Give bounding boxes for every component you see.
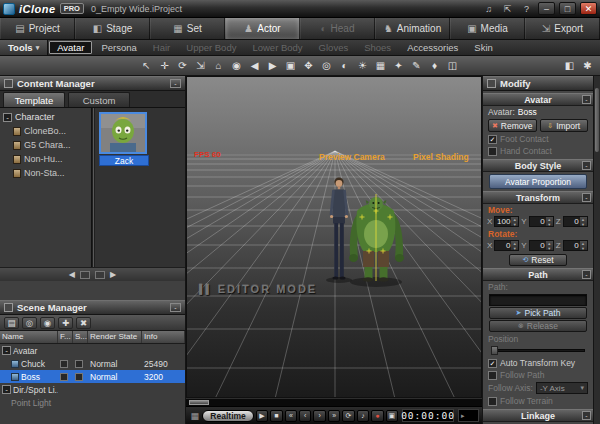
spinner-icon[interactable]	[511, 241, 518, 250]
tab-head[interactable]: ◐ Head	[300, 18, 375, 39]
aux-display[interactable]: ▸	[458, 409, 479, 422]
visibility-icon[interactable]: ◉	[40, 317, 55, 329]
sound-button[interactable]: ♪	[357, 410, 369, 422]
loop-button[interactable]: ⟳	[342, 410, 354, 422]
tab-animation[interactable]: ♞ Animation	[375, 18, 450, 39]
panel-handle-icon[interactable]	[487, 79, 496, 88]
section-path[interactable]: Path -	[483, 268, 593, 281]
column-name[interactable]: Name	[0, 331, 58, 343]
light-icon[interactable]: ☀	[354, 58, 371, 74]
list-view-icon[interactable]: ▤	[4, 317, 19, 329]
scene-row-dir-spot-light-group[interactable]: - Dir./Spot Li...	[0, 383, 185, 396]
prev-key-button[interactable]: «	[285, 410, 297, 422]
tree-item-character[interactable]: - Character	[0, 110, 91, 124]
tab-project[interactable]: ▤ Project	[0, 18, 75, 39]
scene-row-boss[interactable]: Boss Normal 3200	[0, 370, 185, 383]
tab-export[interactable]: ⇲ Export	[525, 18, 600, 39]
tree-item-clonebone[interactable]: CloneBo...	[0, 124, 91, 138]
page-indicator[interactable]	[95, 271, 105, 279]
pick-path-button[interactable]: ➤ Pick Path	[489, 307, 587, 319]
viewport-3d[interactable]: FPS 60 Preview Camera Pixel Shading ▌▌ E…	[186, 76, 482, 398]
avatar-proportion-button[interactable]: Avatar Proportion	[489, 174, 587, 189]
orbit-view-icon[interactable]: ◐	[336, 58, 353, 74]
pan-view-icon[interactable]: ✥	[300, 58, 317, 74]
subtab-hair[interactable]: Hair	[146, 41, 177, 54]
stop-button[interactable]: ■	[270, 410, 282, 422]
subtab-lower-body[interactable]: Lower Body	[245, 41, 309, 54]
grid-toggle-icon[interactable]: ▦	[372, 58, 389, 74]
tab-stage[interactable]: ◧ Stage	[75, 18, 150, 39]
slider-knob[interactable]	[491, 346, 498, 355]
home-view-icon[interactable]: ⌂	[210, 58, 227, 74]
follow-terrain-checkbox[interactable]	[488, 397, 497, 406]
realtime-button[interactable]: Realtime	[202, 410, 253, 422]
spinner-icon[interactable]	[580, 241, 587, 250]
help-icon[interactable]: ?	[519, 2, 534, 15]
move-y-input[interactable]: 0	[529, 216, 554, 227]
tree-item-non-human[interactable]: Non-Hu...	[0, 152, 91, 166]
scene-row-point-light-group[interactable]: Point Light	[0, 396, 185, 409]
maximize-button[interactable]: □	[559, 2, 576, 15]
brush-icon[interactable]: ✎	[408, 58, 425, 74]
prev-frame-button[interactable]: ‹	[299, 410, 311, 422]
tab-template[interactable]: Template	[3, 92, 65, 107]
tab-set[interactable]: ▦ Set	[150, 18, 225, 39]
expander-icon[interactable]: -	[2, 346, 11, 355]
move-tool-icon[interactable]: ✛	[156, 58, 173, 74]
remove-button[interactable]: ✖ Remove	[488, 119, 537, 132]
move-z-input[interactable]: 0	[563, 216, 588, 227]
move-x-input[interactable]: 100	[494, 216, 519, 227]
spinner-icon[interactable]	[580, 217, 587, 226]
prev-view-icon[interactable]: ◀	[246, 58, 263, 74]
release-button[interactable]: ⊗ Release	[489, 320, 587, 332]
next-key-button[interactable]: »	[328, 410, 340, 422]
key-icon[interactable]: ♦	[426, 58, 443, 74]
page-next-icon[interactable]: ▶	[110, 270, 116, 279]
collapse-icon[interactable]: -	[582, 95, 591, 104]
scrubber-handle[interactable]	[189, 400, 209, 405]
scrollbar[interactable]	[593, 76, 600, 424]
column-s[interactable]: S...	[73, 331, 88, 343]
spinner-icon[interactable]	[546, 217, 553, 226]
render-icon[interactable]: ◧	[561, 58, 578, 74]
thumbnail-zack[interactable]: Zack	[99, 112, 149, 166]
delete-item-icon[interactable]: ✖	[76, 317, 91, 329]
timeline-scrubber[interactable]	[186, 398, 482, 406]
tools-menu-button[interactable]: Tools ▾	[0, 40, 48, 55]
subtab-skin[interactable]: Skin	[467, 41, 499, 54]
camera-view-icon[interactable]: ▣	[282, 58, 299, 74]
collapse-icon[interactable]: -	[582, 270, 591, 279]
collapse-icon[interactable]: -	[582, 193, 591, 202]
tab-custom[interactable]: Custom	[68, 92, 130, 107]
face-checkbox[interactable]	[60, 373, 68, 381]
film-icon[interactable]: ▦	[189, 411, 200, 421]
subtab-gloves[interactable]: Gloves	[312, 41, 356, 54]
subtab-persona[interactable]: Persona	[94, 41, 143, 54]
expander-icon[interactable]: -	[3, 113, 12, 122]
rotate-y-input[interactable]: 0	[529, 240, 554, 251]
hand-contact-checkbox[interactable]	[488, 147, 497, 156]
subtab-shoes[interactable]: Shoes	[357, 41, 398, 54]
record-button[interactable]: ●	[371, 410, 383, 422]
rotate-tool-icon[interactable]: ⟳	[174, 58, 191, 74]
page-indicator[interactable]	[80, 271, 90, 279]
scene-row-avatar-group[interactable]: - Avatar	[0, 344, 185, 357]
collapse-ic on[interactable]: -	[582, 161, 591, 170]
auto-transform-checkbox[interactable]: ✓	[488, 359, 497, 368]
minimize-button[interactable]: –	[538, 2, 555, 15]
page-prev-icon[interactable]: ◀	[69, 270, 75, 279]
collapse-icon[interactable]: -	[170, 303, 181, 312]
avatar-chuck-figure[interactable]	[330, 177, 348, 279]
section-transform[interactable]: Transform -	[483, 191, 593, 204]
scene-row-chuck[interactable]: Chuck Normal 25490	[0, 357, 185, 370]
foot-contact-checkbox[interactable]: ✓	[488, 135, 497, 144]
section-linkage[interactable]: Linkage -	[483, 409, 593, 422]
tab-media[interactable]: ▣ Media	[450, 18, 525, 39]
rotate-z-input[interactable]: 0	[563, 240, 588, 251]
follow-axis-select[interactable]: -Y Axis	[536, 382, 588, 394]
snapshot-icon[interactable]: ◫	[444, 58, 461, 74]
select-tool-icon[interactable]: ↖	[138, 58, 155, 74]
camera-label[interactable]: Preview Camera	[319, 152, 385, 162]
panel-handle-icon[interactable]	[4, 79, 13, 88]
expander-icon[interactable]: -	[2, 385, 11, 394]
